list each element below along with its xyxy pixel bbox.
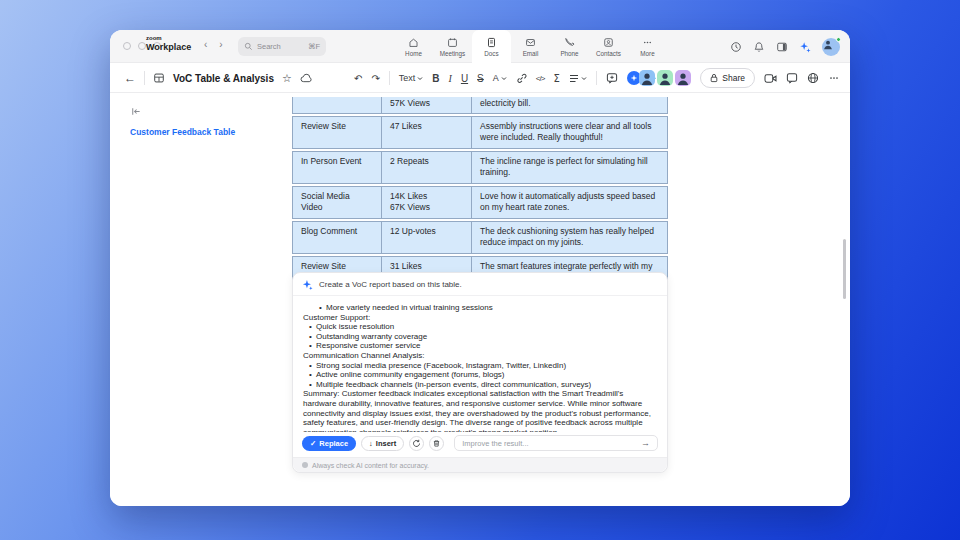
globe-icon[interactable] — [807, 72, 819, 84]
minimize-window-button[interactable] — [138, 42, 146, 50]
table-cell-feedback[interactable]: The deck cushioning system has really he… — [472, 221, 668, 254]
cloud-sync-icon — [300, 73, 313, 83]
redo-button[interactable]: ↷ — [371, 73, 379, 84]
search-placeholder: Search — [257, 42, 304, 51]
ai-action-bar: ✓Replace ↓Insert → — [293, 432, 667, 452]
ai-content-line: Responsive customer service — [303, 341, 657, 351]
more-options-icon[interactable] — [828, 72, 840, 84]
ai-content-line: Active online community engagement (foru… — [303, 370, 657, 380]
customer-feedback-table: 57K Views electricity bill. Review Site … — [292, 95, 668, 291]
tab-contacts[interactable]: Contacts — [589, 30, 628, 63]
star-icon[interactable]: ☆ — [282, 72, 292, 85]
link-icon[interactable] — [516, 73, 527, 84]
ai-companion-icon[interactable] — [799, 41, 811, 53]
table-cell-metric[interactable]: 2 Repeats — [382, 151, 472, 184]
vertical-scrollbar[interactable] — [843, 239, 846, 299]
collapse-left-icon — [130, 106, 141, 117]
table-cell-metric[interactable]: 47 Likes — [382, 116, 472, 149]
table-cell-feedback[interactable]: Love how it automatically adjusts speed … — [472, 186, 668, 219]
doc-main-area: Customer Feedback Table 57K Views electr… — [110, 93, 850, 506]
table-cell-metric[interactable]: 14K Likes 67K Views — [382, 186, 472, 219]
submit-arrow-icon[interactable]: → — [641, 438, 650, 448]
app-nav-tabs: Home Meetings Docs Email Phone Contacts — [394, 30, 667, 63]
add-comment-icon[interactable] — [606, 72, 618, 84]
info-icon — [302, 462, 308, 468]
code-block-button[interactable]: </> — [536, 74, 545, 83]
chevron-down-icon — [501, 76, 507, 81]
table-cell-source[interactable]: Review Site — [292, 116, 382, 149]
table-cell-source[interactable] — [292, 97, 382, 114]
undo-button[interactable]: ↶ — [354, 73, 362, 84]
ai-content-line: More variety needed in virtual training … — [303, 303, 657, 313]
strikethrough-button[interactable]: S — [477, 73, 484, 84]
ai-content-line: Strong social media presence (Facebook, … — [303, 361, 657, 371]
table-row: Review Site 47 Likes Assembly instructio… — [292, 116, 668, 149]
trash-icon — [432, 439, 441, 448]
chat-icon[interactable] — [786, 72, 798, 84]
phone-icon — [564, 37, 575, 48]
check-icon: ✓ — [310, 439, 316, 448]
collaborator-avatars[interactable] — [637, 70, 691, 86]
doc-grid-icon[interactable] — [153, 72, 165, 84]
doc-title: VoC Table & Analysis — [173, 73, 274, 84]
table-cell-source[interactable]: In Person Event — [292, 151, 382, 184]
underline-button[interactable]: U — [461, 73, 468, 84]
collapse-outline-button[interactable] — [130, 103, 280, 121]
down-arrow-icon: ↓ — [369, 439, 373, 448]
close-window-button[interactable] — [123, 42, 131, 50]
table-cell-metric[interactable]: 57K Views — [382, 97, 472, 114]
regenerate-button[interactable] — [409, 436, 424, 451]
replace-button[interactable]: ✓Replace — [302, 436, 356, 451]
zoom-workplace-window: zoom Workplace ‹ › Search ⌘F Home Meetin… — [110, 30, 850, 506]
tab-email[interactable]: Email — [511, 30, 550, 63]
table-cell-source[interactable]: Blog Comment — [292, 221, 382, 254]
table-cell-feedback[interactable]: Assembly instructions were clear and all… — [472, 116, 668, 149]
app-topbar: zoom Workplace ‹ › Search ⌘F Home Meetin… — [110, 30, 850, 63]
home-icon — [408, 37, 419, 48]
ai-content-line: Summary: Customer feedback indicates exc… — [303, 389, 657, 432]
insert-button[interactable]: ↓Insert — [361, 436, 404, 451]
italic-button[interactable]: I — [449, 73, 452, 84]
search-input[interactable]: Search ⌘F — [238, 37, 326, 56]
video-camera-icon[interactable] — [764, 73, 777, 84]
person-icon — [675, 70, 691, 86]
doc-back-button[interactable]: ← — [124, 71, 136, 85]
table-row: 57K Views electricity bill. — [292, 97, 668, 114]
tab-docs[interactable]: Docs — [472, 30, 511, 63]
doc-page: 57K Views electricity bill. Review Site … — [292, 95, 668, 291]
bold-button[interactable]: B — [432, 73, 439, 84]
font-color-dropdown[interactable]: A — [493, 73, 507, 83]
text-style-dropdown[interactable]: Text — [399, 73, 424, 83]
person-icon — [822, 38, 834, 50]
divider — [596, 71, 597, 85]
tab-more[interactable]: More — [628, 30, 667, 63]
collaborator-avatar — [639, 70, 655, 86]
table-row: Social Media Video 14K Likes 67K Views L… — [292, 186, 668, 219]
table-cell-metric[interactable]: 12 Up-votes — [382, 221, 472, 254]
nav-forward-button[interactable]: › — [219, 39, 222, 50]
table-cell-feedback[interactable]: The incline range is perfect for simulat… — [472, 151, 668, 184]
contacts-icon — [603, 37, 614, 48]
tab-phone[interactable]: Phone — [550, 30, 589, 63]
align-dropdown[interactable] — [569, 74, 587, 83]
ai-result-content: More variety needed in virtual training … — [293, 296, 667, 432]
ai-content-line: Outstanding warranty coverage — [303, 332, 657, 342]
nav-back-button[interactable]: ‹ — [204, 39, 207, 50]
share-button[interactable]: Share — [700, 68, 755, 88]
table-cell-source[interactable]: Social Media Video — [292, 186, 382, 219]
user-avatar[interactable] — [822, 38, 840, 56]
search-shortcut: ⌘F — [308, 42, 320, 51]
ai-disclaimer-text: Always check AI content for accuracy. — [312, 462, 429, 469]
delete-button[interactable] — [429, 436, 444, 451]
history-icon[interactable] — [730, 41, 742, 53]
tab-meetings[interactable]: Meetings — [433, 30, 472, 63]
bell-icon[interactable] — [753, 41, 765, 53]
formula-button[interactable]: Σ — [553, 73, 559, 84]
table-cell-feedback[interactable]: electricity bill. — [472, 97, 668, 114]
side-panel-icon[interactable] — [776, 41, 788, 53]
tab-home[interactable]: Home — [394, 30, 433, 63]
improve-result-input[interactable] — [462, 439, 641, 448]
lock-icon — [710, 73, 718, 83]
improve-result-field[interactable]: → — [454, 435, 658, 451]
outline-item-customer-feedback-table[interactable]: Customer Feedback Table — [130, 127, 280, 137]
